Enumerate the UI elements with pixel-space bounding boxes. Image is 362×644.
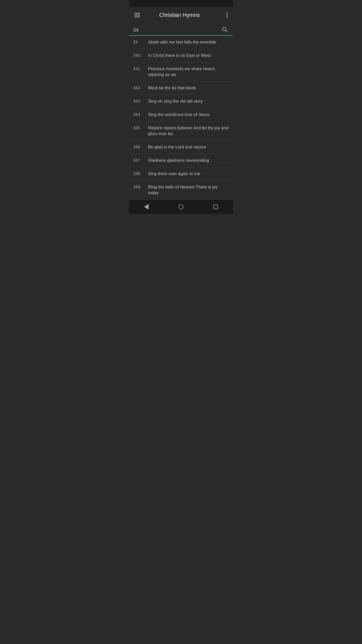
list-item[interactable]: 341Precious moments we share hearts rejo… <box>129 62 233 82</box>
hymn-number: 341 <box>133 66 148 71</box>
more-options-button[interactable] <box>225 11 229 19</box>
hymn-number: 343 <box>133 98 148 104</box>
back-button[interactable] <box>139 202 154 212</box>
list-item[interactable]: 345Rejoice rejoice believer And let thy … <box>129 122 233 141</box>
recents-button[interactable] <box>208 202 223 212</box>
hymn-title: Sing oh sing the old old story <box>148 98 229 104</box>
hymn-title: Sing them over again to me <box>148 171 229 177</box>
hymn-number: 347 <box>133 157 148 163</box>
list-item[interactable]: 349Ring the bells of Heaven There is joy… <box>129 181 233 200</box>
hymn-title: Gladness gladness neverending <box>148 157 229 164</box>
list-item[interactable]: 342Blest be the tie that binds <box>129 82 233 95</box>
list-item[interactable]: 34Abide with me fast falls the eventide <box>129 36 233 49</box>
list-item[interactable]: 343Sing oh sing the old old story <box>129 95 233 108</box>
app-bar: Christian Hymns <box>129 7 233 23</box>
hymn-number: 349 <box>133 184 148 190</box>
list-item[interactable]: 347Gladness gladness neverending <box>129 154 233 167</box>
hymn-number: 344 <box>133 112 148 117</box>
back-icon <box>144 204 149 210</box>
app-title: Christian Hymns <box>134 12 225 18</box>
nav-bar <box>129 200 233 214</box>
home-button[interactable] <box>173 202 189 212</box>
hymn-title: Abide with me fast falls the eventide <box>148 39 229 45</box>
hymn-number: 342 <box>133 85 148 91</box>
hymn-title: Precious moments we share hearts rejoici… <box>148 66 229 78</box>
search-bar <box>129 23 233 36</box>
hymn-title: Sing the wondrous love of Jesus <box>148 112 229 118</box>
hymn-title: Be glad in the Lord and rejoice <box>148 144 229 150</box>
hymn-number: 348 <box>133 171 148 176</box>
search-button[interactable] <box>220 25 229 35</box>
svg-line-1 <box>226 30 228 32</box>
hymn-number: 340 <box>133 53 148 58</box>
hymn-title: Blest be the tie that binds <box>148 85 229 91</box>
hymn-number: 34 <box>133 39 148 45</box>
search-input[interactable] <box>133 26 220 35</box>
list-item[interactable]: 346Be glad in the Lord and rejoice <box>129 141 233 154</box>
list-item[interactable]: 340In Christ there is no East or West <box>129 49 233 62</box>
home-icon <box>178 204 184 209</box>
hymn-list: 34Abide with me fast falls the eventide3… <box>129 36 233 200</box>
hymn-title: Ring the bells of Heaven There is joy to… <box>148 184 229 196</box>
hymn-number: 345 <box>133 125 148 131</box>
recents-icon <box>213 205 218 209</box>
hymn-number: 346 <box>133 144 148 150</box>
list-item[interactable]: 344Sing the wondrous love of Jesus <box>129 108 233 122</box>
status-bar <box>129 0 233 7</box>
hymn-title: Rejoice rejoice believer And let thy joy… <box>148 125 229 137</box>
list-item[interactable]: 348Sing them over again to me <box>129 167 233 181</box>
hymn-title: In Christ there is no East or West <box>148 53 229 59</box>
